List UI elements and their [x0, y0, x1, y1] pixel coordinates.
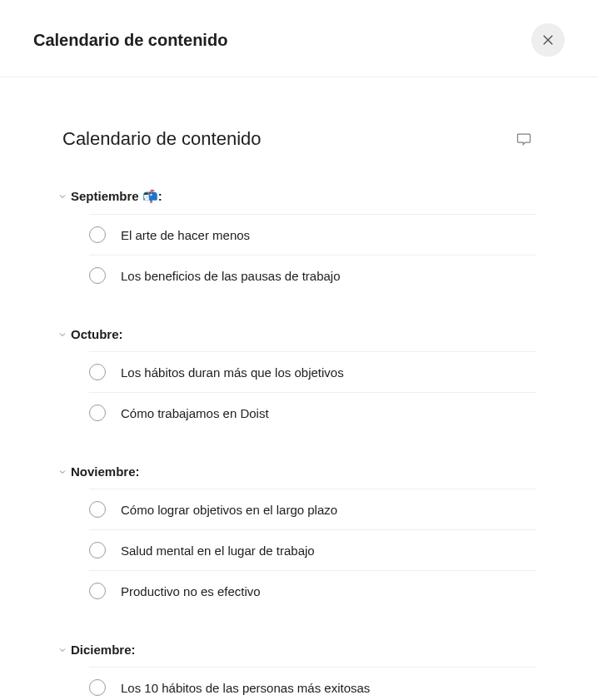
section-header[interactable]: Diciembre:: [56, 638, 536, 667]
task-row[interactable]: Los hábitos duran más que los objetivos: [89, 351, 536, 392]
chevron-down-icon: [56, 465, 69, 479]
section-title: Diciembre:: [71, 643, 136, 657]
task-row[interactable]: Cómo lograr objetivos en el largo plazo: [89, 489, 536, 529]
content-title: Calendario de contenido: [62, 128, 262, 150]
chevron-down-icon: [56, 328, 69, 341]
chevron-down-icon: [56, 643, 69, 657]
task-title: Los hábitos duran más que los objetivos: [121, 365, 344, 380]
task-title: Salud mental en el lugar de trabajo: [121, 544, 315, 558]
task-title: Productivo no es efectivo: [121, 584, 261, 598]
section-header[interactable]: Septiembre 📬:: [56, 184, 536, 214]
task-title: Cómo lograr objetivos en el largo plazo: [121, 503, 337, 517]
section-header[interactable]: Octubre:: [56, 322, 536, 351]
comment-button[interactable]: [512, 127, 536, 151]
tasks-container: El arte de hacer menosLos beneficios de …: [67, 214, 536, 295]
task-row[interactable]: Salud mental en el lugar de trabajo: [89, 529, 536, 570]
section-title: Septiembre 📬:: [71, 189, 162, 204]
task-checkbox[interactable]: [89, 364, 106, 380]
modal-header: Calendario de contenido: [0, 0, 598, 77]
task-checkbox[interactable]: [89, 267, 106, 284]
task-checkbox[interactable]: [89, 583, 106, 599]
task-title: El arte de hacer menos: [121, 228, 250, 242]
close-icon: [541, 32, 556, 47]
task-checkbox[interactable]: [89, 501, 106, 518]
section: Noviembre:Cómo lograr objetivos en el la…: [62, 459, 536, 611]
task-checkbox[interactable]: [89, 405, 106, 421]
task-checkbox[interactable]: [89, 542, 106, 559]
task-row[interactable]: Productivo no es efectivo: [89, 570, 536, 611]
section-header[interactable]: Noviembre:: [56, 459, 536, 489]
task-checkbox[interactable]: [89, 679, 106, 696]
task-checkbox[interactable]: [89, 226, 106, 243]
chevron-down-icon: [56, 190, 69, 203]
comment-icon: [516, 131, 532, 147]
task-title: Los beneficios de las pausas de trabajo: [121, 269, 341, 283]
section: Septiembre 📬:El arte de hacer menosLos b…: [62, 184, 536, 295]
content-header: Calendario de contenido: [62, 127, 536, 151]
tasks-container: Los hábitos duran más que los objetivosC…: [67, 351, 536, 433]
section-title: Octubre:: [71, 327, 123, 341]
task-title: Cómo trabajamos en Doist: [121, 406, 269, 420]
tasks-container: Cómo lograr objetivos en el largo plazoS…: [67, 489, 536, 611]
content-wrapper: Calendario de contenido Septiembre 📬:El …: [0, 77, 598, 700]
task-title: Los 10 hábitos de las personas más exito…: [121, 681, 370, 695]
section: Diciembre:Los 10 hábitos de las personas…: [62, 638, 536, 700]
section: Octubre:Los hábitos duran más que los ob…: [62, 322, 536, 433]
section-title: Noviembre:: [71, 464, 140, 479]
task-row[interactable]: Los 10 hábitos de las personas más exito…: [89, 667, 536, 700]
task-row[interactable]: Cómo trabajamos en Doist: [89, 392, 536, 433]
task-row[interactable]: Los beneficios de las pausas de trabajo: [89, 255, 536, 295]
sections-list: Septiembre 📬:El arte de hacer menosLos b…: [62, 184, 536, 700]
modal-title: Calendario de contenido: [33, 31, 227, 50]
task-row[interactable]: El arte de hacer menos: [89, 214, 536, 255]
tasks-container: Los 10 hábitos de las personas más exito…: [67, 667, 536, 700]
close-button[interactable]: [531, 23, 565, 57]
